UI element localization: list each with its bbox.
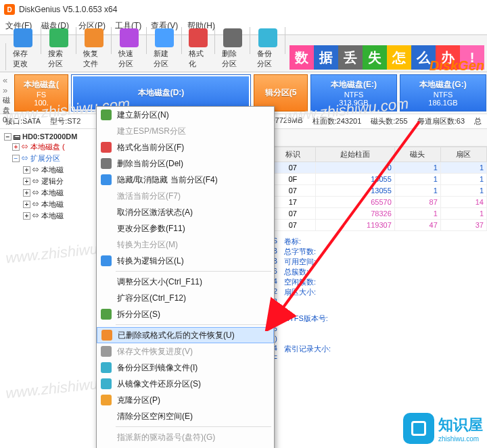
menu-item[interactable]: 删除驱动器号(盘符)(R) — [97, 445, 274, 448]
titlebar: D DiskGenius V5.1.0.653 x64 — [0, 0, 487, 19]
menu-item[interactable]: 清除分区空闲空间(E) — [97, 408, 274, 424]
toolbar-icon — [258, 28, 277, 47]
partition-box[interactable]: 本地磁盘(FS100. — [14, 74, 68, 111]
toolbar-新建分区[interactable]: 新建分区 — [149, 27, 179, 70]
diskgenius-logo: DiskGen — [430, 58, 484, 74]
toolbar-icon — [85, 28, 103, 47]
tree-volume[interactable]: +⇔ 本地磁 — [20, 187, 98, 199]
menu-item[interactable]: 删除当前分区(Del) — [97, 155, 274, 172]
menu-icon — [101, 309, 112, 320]
toolbar-搜索分区[interactable]: 搜索分区 — [44, 27, 73, 70]
menu-icon — [101, 346, 112, 357]
toolbar-icon — [14, 28, 32, 47]
menu-icon — [101, 395, 112, 405]
partition-box[interactable]: 本地磁盘(E:)NTFS313.9GB — [310, 74, 397, 111]
menu-icon — [101, 255, 112, 266]
toolbar-icon — [155, 28, 174, 47]
toolbar-快速分区[interactable]: 快速分区 — [114, 27, 143, 70]
collapse-icon[interactable]: − — [4, 133, 11, 141]
menu-icon — [101, 330, 112, 341]
menu-item[interactable]: 克隆分区(P) — [97, 392, 274, 408]
menu-icon — [101, 109, 112, 120]
partition-box[interactable]: 本地磁盘(G:)NTFS186.1GB — [400, 74, 486, 111]
context-menu[interactable]: 建立新分区(N)建立ESP/MSR分区格式化当前分区(F)删除当前分区(Del)… — [96, 106, 275, 448]
menu-item: 指派新的驱动器号(盘符)(G) — [97, 429, 274, 445]
menu-item[interactable]: 拆分分区(S) — [97, 306, 274, 322]
menu-item[interactable]: 已删除或格式化后的文件恢复(U) — [97, 327, 274, 343]
toolbar-格式化[interactable]: 格式化 — [185, 27, 212, 70]
tree-volume[interactable]: +⇔ 本地磁 — [20, 164, 98, 176]
menu-item[interactable]: 从镜像文件还原分区(S) — [97, 376, 274, 392]
menu-item[interactable]: 转换为逻辑分区(L) — [97, 253, 274, 269]
toolbar-删除分区[interactable]: 删除分区 — [218, 27, 247, 70]
disk-tree[interactable]: −🖴 HD0:ST2000DM +⇔ 本地磁盘 ( −⇔ 扩展分区 +⇔ 本地磁… — [0, 129, 100, 432]
menu-item: 建立ESP/MSR分区 — [97, 123, 274, 139]
menu-item[interactable]: 格式化当前分区(F) — [97, 139, 274, 155]
menu-item: 转换为主分区(M) — [97, 237, 274, 253]
menu-item[interactable]: 取消分区激活状态(A) — [97, 204, 274, 220]
menu-icon — [101, 378, 112, 389]
menu-item[interactable]: 隐藏/取消隐藏 当前分区(F4) — [97, 172, 274, 188]
zhishiwu-icon — [403, 413, 434, 444]
menu-icon — [101, 142, 112, 153]
window-title: DiskGenius V5.1.0.653 x64 — [19, 5, 117, 14]
menu-icon — [101, 174, 112, 185]
toolbar-icon — [189, 28, 208, 47]
toolbar-icon — [120, 28, 139, 47]
toolbar-恢复文件[interactable]: 恢复文件 — [79, 27, 108, 70]
menu-item: 保存文件恢复进度(V) — [97, 343, 274, 359]
disk-nav: « » 磁盘 0 — [0, 72, 13, 114]
menu-item[interactable]: 建立新分区(N) — [97, 107, 274, 123]
menu-icon — [101, 362, 112, 373]
tree-volume[interactable]: +⇔ 本地磁 — [20, 199, 98, 210]
toolbar-icon — [49, 28, 68, 47]
toolbar-保存更改[interactable]: 保存更改 — [9, 27, 38, 70]
menu-item: 激活当前分区(F7) — [97, 188, 274, 204]
zhishiwu-badge: 知识屋 zhishiwu.com — [403, 413, 483, 444]
menu-item[interactable]: 调整分区大小(Ctrl_F11) — [97, 274, 274, 290]
toolbar: 保存更改搜索分区恢复文件快速分区新建分区格式化删除分区备份分区 数据丢失怎么办! — [0, 34, 487, 72]
tree-volume[interactable]: +⇔ 逻辑分 — [20, 176, 98, 187]
tree-volume[interactable]: +⇔ 本地磁 — [20, 210, 98, 222]
menu-item[interactable]: 扩容分区(Ctrl_F12) — [97, 290, 274, 306]
app-icon: D — [4, 4, 15, 15]
toolbar-备份分区[interactable]: 备份分区 — [253, 27, 282, 70]
menu-icon — [101, 158, 112, 169]
menu-item[interactable]: 更改分区参数(F11) — [97, 220, 274, 237]
menu-item[interactable]: 备份分区到镜像文件(I) — [97, 359, 274, 376]
toolbar-icon — [223, 28, 242, 47]
